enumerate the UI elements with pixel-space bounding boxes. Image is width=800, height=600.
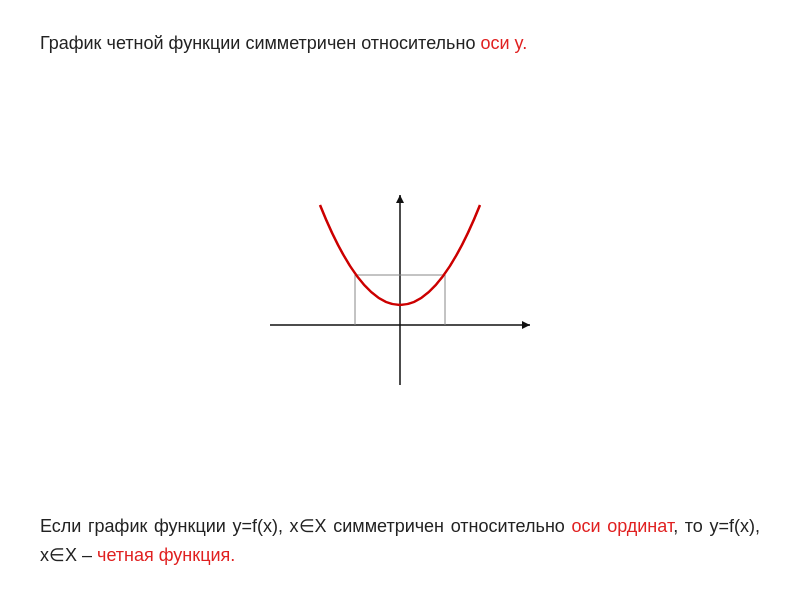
bottom-highlight1: оси ординат [571, 516, 673, 536]
top-text-part1: График четной функции симметричен относи… [40, 33, 480, 53]
top-description: График четной функции симметричен относи… [40, 30, 760, 57]
svg-marker-1 [522, 321, 530, 329]
page-container: График четной функции симметричен относи… [0, 0, 800, 600]
top-text-highlight: оси y. [480, 33, 527, 53]
svg-marker-3 [396, 195, 404, 203]
bottom-text-part1: Если график функции y=f(x), x∈X симметри… [40, 516, 571, 536]
bottom-description: Если график функции y=f(x), x∈X симметри… [40, 512, 760, 570]
parabola-chart [250, 175, 550, 395]
bottom-highlight2: четная функция. [97, 545, 235, 565]
graph-area [40, 67, 760, 502]
